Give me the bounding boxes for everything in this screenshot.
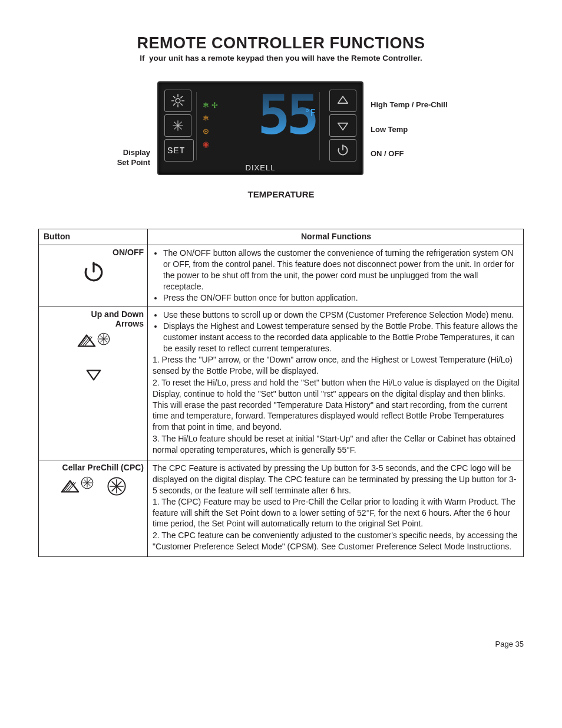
step-item: 3. The Hi/Lo feature should be reset at … bbox=[153, 433, 520, 456]
callout-high-temp: High Temp / Pre-Chill bbox=[371, 100, 465, 110]
list-item: Displays the Highest and Lowest temperat… bbox=[163, 321, 520, 354]
light-button[interactable] bbox=[164, 90, 191, 112]
down-arrow-icon bbox=[84, 368, 104, 378]
status-icons: ❄ ✢ ❄ ⊛ ◉ bbox=[203, 99, 218, 151]
alarm-icon: ◉ bbox=[203, 140, 209, 149]
table-row: Up and Down Arrows Use these buttons to … bbox=[39, 307, 524, 460]
button-label-line: Up and Down bbox=[91, 309, 144, 319]
table-row: Cellar PreChill (CPC) The CPC Feature is… bbox=[39, 460, 524, 557]
button-label: Up and Down Arrows bbox=[44, 309, 144, 328]
temperature-unit: °F bbox=[305, 107, 316, 118]
callout-display: Display bbox=[123, 148, 150, 157]
list-item: Use these buttons to scroll up or down t… bbox=[163, 309, 520, 321]
subtitle-rest: your unit has a remote keypad then you w… bbox=[149, 54, 422, 62]
left-callouts: Display Set Point bbox=[97, 147, 150, 168]
callout-on-off: ON / OFF bbox=[371, 149, 465, 159]
callout-setpoint: Set Point bbox=[117, 158, 150, 167]
button-label: ON/OFF bbox=[44, 248, 144, 257]
col-header-functions: Normal Functions bbox=[148, 229, 524, 245]
page-number: Page 35 bbox=[38, 640, 524, 648]
list-item: Press the ON/OFF button once for button … bbox=[163, 292, 520, 304]
step-item: 2. To reset the Hi/Lo, press and hold th… bbox=[153, 377, 520, 433]
function-cell: The CPC Feature is activated by pressing… bbox=[148, 460, 524, 557]
page-title: REMOTE CONTROLLER FUNCTIONS bbox=[38, 34, 524, 52]
col-header-button: Button bbox=[39, 229, 148, 245]
table-row: ON/OFF The ON/OFF button allows the cust… bbox=[39, 245, 524, 307]
device-brand: DIXELL bbox=[158, 163, 362, 172]
button-label: Cellar PreChill (CPC) bbox=[44, 463, 144, 472]
subtitle-prefix: If bbox=[140, 54, 144, 62]
set-button-label: SET bbox=[167, 146, 185, 155]
up-button[interactable] bbox=[329, 90, 356, 112]
button-cell-onoff: ON/OFF bbox=[39, 245, 148, 307]
down-button[interactable] bbox=[329, 114, 356, 137]
function-cell: The ON/OFF button allows the customer th… bbox=[148, 245, 524, 307]
callout-low-temp: Low Temp bbox=[371, 124, 465, 135]
set-button[interactable]: SET bbox=[164, 139, 194, 162]
snowflake-icon: ❄ bbox=[203, 101, 209, 110]
dixell-controller: SET ❄ ✢ ❄ ⊛ ◉ 55 °F DIXELL bbox=[157, 81, 363, 175]
arrow-icons bbox=[44, 332, 144, 383]
step-item: 2. The CPC feature can be conveniently a… bbox=[153, 530, 520, 552]
button-cell-cpc: Cellar PreChill (CPC) bbox=[39, 460, 148, 557]
defrost-button[interactable] bbox=[164, 114, 191, 137]
function-cell: Use these buttons to scroll up or down t… bbox=[148, 307, 524, 460]
power-button[interactable] bbox=[329, 139, 356, 162]
snowflake-circle-icon bbox=[97, 335, 111, 345]
lcd-screen: ❄ ✢ ❄ ⊛ ◉ 55 °F bbox=[196, 92, 320, 160]
up-arrow-icon bbox=[60, 481, 80, 490]
snowflake-circle-icon bbox=[106, 481, 127, 490]
snowflake-circle-icon bbox=[80, 481, 94, 490]
cpc-icons bbox=[44, 476, 144, 497]
cpc-icon: ⊛ bbox=[203, 127, 209, 136]
right-callouts: High Temp / Pre-Chill Low Temp ON / OFF bbox=[371, 100, 465, 159]
list-item: The ON/OFF button allows the customer th… bbox=[163, 248, 520, 292]
fan-icon: ✢ bbox=[211, 101, 218, 110]
up-arrow-icon bbox=[77, 335, 97, 345]
intro-text: The CPC Feature is activated by pressing… bbox=[153, 463, 520, 496]
button-label-line: Arrows bbox=[115, 319, 144, 328]
button-cell-arrows: Up and Down Arrows bbox=[39, 307, 148, 460]
section-heading-temperature: TEMPERATURE bbox=[38, 189, 524, 199]
functions-table: Button Normal Functions ON/OFF The ON/OF… bbox=[38, 229, 524, 557]
power-icon bbox=[44, 261, 144, 284]
step-item: 1. The (CPC) Feature may be used to Pre-… bbox=[153, 496, 520, 530]
snowflake-icon: ❄ bbox=[203, 114, 209, 123]
controller-figure: Display Set Point SET ❄ ✢ ❄ ⊛ bbox=[38, 81, 524, 175]
page-subtitle: If your unit has a remote keypad then yo… bbox=[38, 54, 524, 62]
step-item: 1. Press the "UP" arrow, or the "Down" a… bbox=[153, 354, 520, 377]
